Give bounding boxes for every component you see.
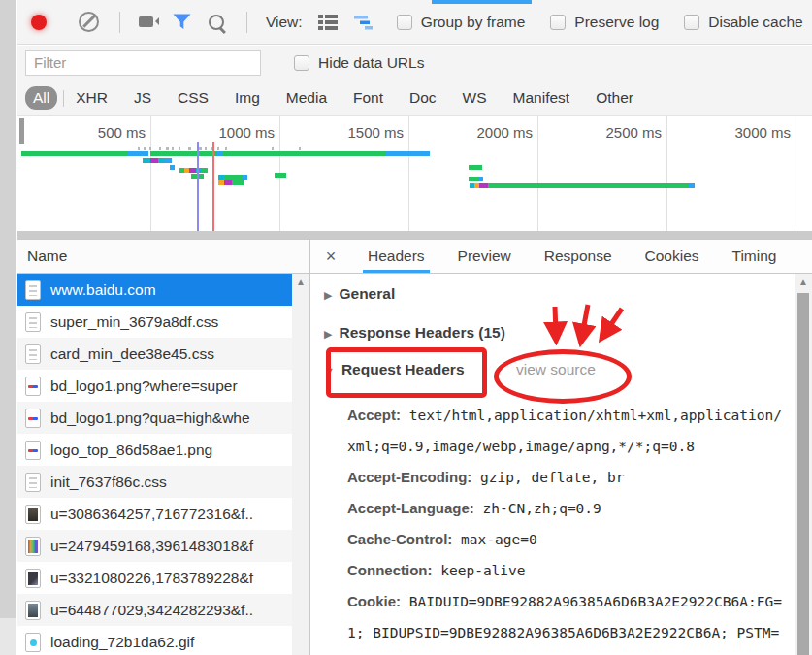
view-label: View: <box>266 14 303 31</box>
clear-icon[interactable] <box>79 12 99 32</box>
timeline-splitter[interactable] <box>17 231 812 239</box>
checkbox-icon[interactable] <box>294 55 309 71</box>
checkbox-label: Group by frame <box>421 14 526 31</box>
view-list-icon[interactable] <box>317 14 339 31</box>
type-filter-pill[interactable]: Img <box>227 86 268 110</box>
checkbox-label: Preserve log <box>574 14 659 31</box>
timeline-event-line <box>197 142 199 231</box>
toolbar-checkbox-item[interactable]: Disable cache <box>684 14 802 31</box>
header-entry: Accept-Language: zh-CN,zh;q=0.9 <box>347 493 783 524</box>
request-name: u=2479459168,3961483018&f <box>50 538 253 555</box>
type-filter-pill[interactable]: Manifest <box>505 86 578 110</box>
details-scrollbar-thumb[interactable] <box>797 293 809 655</box>
disclosure-triangle-icon[interactable]: ▶ <box>324 328 332 340</box>
request-row[interactable]: loading_72b1da62.gif <box>17 626 292 655</box>
header-section-title[interactable]: ▼Request Headers <box>324 361 465 378</box>
section-label: Request Headers <box>341 361 465 377</box>
type-filter-pill[interactable]: All <box>25 86 57 110</box>
request-list-scrollbar[interactable]: ▲ <box>292 274 309 655</box>
request-row[interactable]: u=644877029,3424282293&f.. <box>17 594 292 626</box>
record-button[interactable] <box>31 15 47 30</box>
header-value: keep-alive <box>440 563 525 578</box>
timeline-minor-tick <box>172 147 174 150</box>
request-name: card_min_dee38e45.css <box>50 345 214 363</box>
request-row[interactable]: u=3321080226,1783789228&f <box>17 562 292 594</box>
details-tab[interactable]: Cookies <box>629 240 716 273</box>
view-waterfall-icon[interactable] <box>353 14 374 31</box>
request-row[interactable]: bd_logo1.png?qua=high&whe <box>17 402 292 434</box>
header-entry: Connection: keep-alive <box>347 555 783 586</box>
timeline-tick-label: 2000 ms <box>476 124 533 141</box>
checkbox-icon[interactable] <box>684 15 699 30</box>
file-type-icon <box>25 441 41 460</box>
header-section-title[interactable]: ▶Response Headers (15) <box>324 324 505 342</box>
request-row[interactable]: u=2479459168,3961483018&f <box>17 530 292 562</box>
timeline-gridline: 1500 ms <box>408 116 409 231</box>
waterfall-bar <box>201 168 208 173</box>
timeline-event-line <box>212 142 214 231</box>
details-scrollbar[interactable]: ▲ <box>795 274 812 655</box>
type-filter-pill[interactable]: CSS <box>170 86 216 110</box>
screenshot-capture-icon[interactable] <box>139 16 153 27</box>
request-row[interactable]: www.baidu.com <box>17 274 292 306</box>
name-column-header[interactable]: Name <box>17 240 309 274</box>
timeline-minor-tick <box>159 147 161 150</box>
window-left-strip-lower <box>0 618 16 655</box>
details-tab[interactable]: Headers <box>351 240 441 273</box>
section-label: General <box>339 285 395 302</box>
details-tab[interactable]: Response <box>528 240 629 273</box>
file-type-icon <box>25 473 41 492</box>
request-row[interactable]: init_7637f86c.css <box>17 466 292 498</box>
header-key: Accept: <box>347 407 401 423</box>
waterfall-bar <box>385 151 430 156</box>
toolbar-checkbox-item[interactable]: Preserve log <box>550 14 659 31</box>
type-filter-pill[interactable]: Font <box>345 86 391 110</box>
request-row[interactable]: logo_top_86d58ae1.png <box>17 434 292 466</box>
header-key: Accept-Encoding: <box>347 469 471 485</box>
search-icon[interactable] <box>209 15 224 30</box>
timeline-minor-tick <box>272 147 274 150</box>
details-tab[interactable]: Timing <box>716 240 794 273</box>
header-value: text/html,application/xhtml+xml,applicat… <box>347 408 782 454</box>
waterfall-bar <box>127 151 148 156</box>
type-filter-pill[interactable]: XHR <box>68 86 115 110</box>
waterfall-bar <box>150 158 158 163</box>
file-type-icon <box>25 601 41 620</box>
timeline-tick-label: 1500 ms <box>347 124 404 141</box>
request-row[interactable]: card_min_dee38e45.css <box>17 338 292 370</box>
type-filter-pill[interactable]: WS <box>455 86 495 110</box>
filter-input[interactable] <box>25 50 261 76</box>
timeline-gridline: 500 ms <box>150 116 151 231</box>
checkbox-icon[interactable] <box>397 15 412 30</box>
timeline-overview[interactable]: 500 ms1000 ms1500 ms2000 ms2500 ms3000 m… <box>17 116 812 239</box>
type-filter-pill[interactable]: Other <box>588 86 641 110</box>
toolbar-checkbox-item[interactable]: Group by frame <box>397 14 526 31</box>
request-row[interactable]: u=3086364257,716772316&f.. <box>17 498 292 530</box>
request-name: bd_logo1.png?qua=high&whe <box>50 409 250 427</box>
header-value: BAIDUID=9DBE92882A96385A6D6B3A2E2922CB6A… <box>347 594 782 655</box>
scroll-up-arrow-icon[interactable]: ▲ <box>795 274 812 291</box>
waterfall-bar <box>469 165 482 170</box>
disclosure-triangle-icon[interactable]: ▶ <box>324 289 332 301</box>
checkbox-icon[interactable] <box>550 15 566 30</box>
view-source-link[interactable]: view source <box>516 361 596 378</box>
disclosure-triangle-icon[interactable]: ▼ <box>324 365 335 377</box>
type-filter-pill[interactable]: JS <box>126 86 159 110</box>
timeline-tick-label: 1000 ms <box>218 124 275 141</box>
request-row[interactable]: bd_logo1.png?where=super <box>17 370 292 402</box>
header-section-title[interactable]: ▶General <box>324 285 395 303</box>
request-row[interactable]: super_min_3679a8df.css <box>17 306 292 338</box>
timeline-gridline: 2500 ms <box>666 116 667 231</box>
header-value: gzip, deflate, br <box>480 470 624 485</box>
type-filter-pill[interactable]: Media <box>278 86 335 110</box>
timeline-scroll-rod[interactable] <box>19 118 24 144</box>
header-key: Cache-Control: <box>347 531 452 547</box>
hide-data-urls[interactable]: Hide data URLs <box>294 54 424 72</box>
filter-funnel-icon[interactable] <box>172 13 192 31</box>
close-icon[interactable]: × <box>310 240 351 273</box>
file-type-icon <box>25 633 41 652</box>
details-tab[interactable]: Preview <box>441 240 528 273</box>
scroll-up-arrow-icon[interactable]: ▲ <box>292 274 309 291</box>
header-value: zh-CN,zh;q=0.9 <box>483 501 601 516</box>
type-filter-pill[interactable]: Doc <box>402 86 444 110</box>
